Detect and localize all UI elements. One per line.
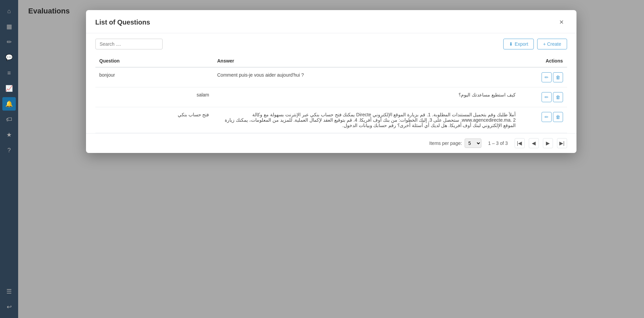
sidebar-icon-list[interactable]: ≡	[2, 66, 16, 80]
modal: List of Questions × ⬇ Export + Create	[86, 10, 576, 153]
modal-title: List of Questions	[95, 18, 150, 26]
sidebar-icon-home[interactable]: ⌂	[2, 4, 16, 18]
actions-cell: ✏🗑	[520, 67, 567, 87]
items-per-page-control: Items per page: 5 10 25 50	[429, 138, 481, 148]
sidebar-icon-star[interactable]: ★	[2, 128, 16, 142]
export-icon: ⬇	[509, 41, 513, 47]
export-button[interactable]: ⬇ Export	[503, 39, 534, 49]
modal-close-button[interactable]: ×	[556, 17, 567, 28]
actions-cell: ✏🗑	[520, 87, 567, 107]
first-page-button[interactable]: |◀	[515, 138, 525, 148]
sidebar-icon-chat[interactable]: 💬	[2, 51, 16, 64]
sidebar: ⌂ ▦ ✏ 💬 ≡ 📈 🔔 🏷 ★ ? ☰ ↩	[0, 0, 18, 318]
table-row: salamكيف استطيع مساعدتك اليوم؟✏🗑	[95, 87, 567, 107]
question-cell: salam	[95, 87, 213, 107]
toolbar-buttons: ⬇ Export + Create	[503, 39, 567, 49]
items-per-page-select[interactable]: 5 10 25 50	[465, 138, 481, 148]
actions-cell: ✏🗑	[520, 107, 567, 133]
questions-table: Question Answer Actions bonjourComment p…	[95, 55, 567, 133]
modal-overlay: List of Questions × ⬇ Export + Create	[18, 0, 644, 318]
question-cell: bonjour	[95, 67, 213, 87]
modal-header: List of Questions ×	[86, 10, 576, 33]
page-info: 1 – 3 of 3	[488, 141, 508, 146]
items-per-page-label: Items per page:	[429, 141, 462, 146]
col-header-answer: Answer	[213, 55, 520, 67]
delete-button[interactable]: 🗑	[553, 72, 563, 82]
question-cell: فتح حساب بنكي	[95, 107, 213, 133]
edit-button[interactable]: ✏	[542, 72, 552, 82]
sidebar-icon-dashboard[interactable]: ▦	[2, 20, 16, 33]
col-header-question: Question	[95, 55, 213, 67]
sidebar-icon-pen[interactable]: ✏	[2, 35, 16, 49]
sidebar-icon-tag[interactable]: 🏷	[2, 113, 16, 126]
prev-page-button[interactable]: ◀	[529, 138, 539, 148]
modal-toolbar: ⬇ Export + Create	[86, 33, 576, 55]
modal-footer: Items per page: 5 10 25 50 1 – 3 of 3 |◀…	[86, 133, 576, 153]
sidebar-icon-help[interactable]: ?	[2, 144, 16, 157]
questions-table-wrap: Question Answer Actions bonjourComment p…	[86, 55, 576, 133]
create-button[interactable]: + Create	[537, 39, 567, 49]
col-header-actions: Actions	[520, 55, 567, 67]
delete-button[interactable]: 🗑	[553, 92, 563, 102]
search-input[interactable]	[95, 39, 163, 49]
delete-button[interactable]: 🗑	[553, 112, 563, 122]
edit-button[interactable]: ✏	[542, 112, 552, 122]
edit-button[interactable]: ✏	[542, 92, 552, 102]
answer-cell: كيف استطيع مساعدتك اليوم؟	[213, 87, 520, 107]
answer-cell: Comment puis-je vous aider aujourd'hui ?	[213, 67, 520, 87]
table-row: bonjourComment puis-je vous aider aujour…	[95, 67, 567, 87]
next-page-button[interactable]: ▶	[543, 138, 553, 148]
sidebar-icon-chart[interactable]: 📈	[2, 82, 16, 95]
table-header-row: Question Answer Actions	[95, 55, 567, 67]
sidebar-icon-menu[interactable]: ☰	[2, 285, 16, 298]
answer-cell: أملأ طلبك وقم بتحميل المستندات المطلوبة.…	[213, 107, 520, 133]
sidebar-icon-bell[interactable]: 🔔	[2, 97, 16, 111]
last-page-button[interactable]: ▶|	[557, 138, 567, 148]
sidebar-icon-logout[interactable]: ↩	[2, 300, 16, 314]
table-row: فتح حساب بنكيأملأ طلبك وقم بتحميل المستن…	[95, 107, 567, 133]
